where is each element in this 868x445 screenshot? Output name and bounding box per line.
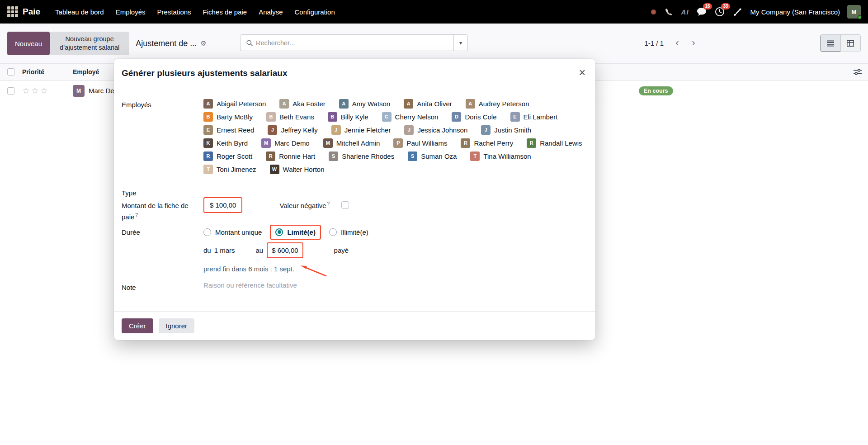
ai-icon[interactable]: AI [681, 8, 689, 16]
employee-tag-beth-evans[interactable]: BBeth Evans [266, 112, 314, 122]
employee-name: Cherry Nelson [395, 113, 439, 121]
employee-tag-jeffrey-kelly[interactable]: JJeffrey Kelly [268, 125, 317, 135]
optional-columns-sliders-icon[interactable] [854, 69, 862, 76]
employee-tags: AAbigail PetersonAAka FosterAAmy WatsonA… [203, 99, 585, 174]
user-avatar-initial: M [852, 9, 857, 15]
search-box: ▾ [240, 34, 468, 51]
help-icon[interactable]: ? [327, 201, 330, 206]
breadcrumb-title[interactable]: Ajustement de ... [136, 39, 197, 48]
search-input[interactable] [253, 39, 453, 47]
employee-tag-walter-horton[interactable]: WWalter Horton [270, 164, 325, 174]
employee-tag-audrey-peterson[interactable]: AAudrey Peterson [466, 99, 529, 109]
employee-avatar: J [481, 125, 491, 135]
modal-header: Générer plusieurs ajustements salariaux … [114, 59, 595, 78]
modal-title: Générer plusieurs ajustements salariaux [122, 68, 586, 78]
select-all-checkbox[interactable] [7, 68, 14, 76]
employee-avatar: A [279, 99, 289, 109]
from-date-input[interactable]: 1 mars [214, 246, 235, 254]
menu-item-configuration[interactable]: Configuration [290, 5, 340, 19]
employee-name: Aka Foster [292, 100, 326, 108]
employee-tag-sharlene-rhodes[interactable]: SSharlene Rhodes [329, 151, 394, 161]
employee-tag-paul-williams[interactable]: PPaul Williams [393, 138, 447, 148]
duration-options: Montant uniqueLimité(e)Illimité(e) [203, 225, 588, 240]
menu-item-employes[interactable]: Employés [111, 5, 151, 19]
employee-tag-rachel-perry[interactable]: RRachel Perry [461, 138, 513, 148]
menu-item-analyse[interactable]: Analyse [254, 5, 288, 19]
star-icon[interactable]: ☆ [22, 86, 30, 95]
employee-name: Doris Cole [465, 113, 496, 121]
employee-tag-aka-foster[interactable]: AAka Foster [279, 99, 326, 109]
employee-name: Suman Oza [421, 152, 457, 160]
column-priority[interactable]: Priorité [22, 68, 73, 76]
new-group-button[interactable]: Nouveau groupe d’ajustement salarial [50, 32, 129, 55]
app-name[interactable]: Paie [23, 7, 40, 17]
chevron-left-icon[interactable]: ‹ [670, 36, 684, 50]
to-amount-input[interactable]: $ 600,00 [267, 242, 303, 258]
discard-button[interactable]: Ignorer [159, 318, 195, 333]
employee-tag-randall-lewis[interactable]: RRandall Lewis [527, 138, 582, 148]
employee-tag-keith-byrd[interactable]: KKeith Byrd [203, 138, 248, 148]
employee-tag-roger-scott[interactable]: RRoger Scott [203, 151, 252, 161]
employee-name: Jessica Johnson [417, 126, 467, 134]
star-icon[interactable]: ☆ [40, 86, 48, 95]
topbar-menu: Tableau de bordEmployésPrestationsFiches… [50, 5, 340, 19]
menu-item-fiches-de-paie[interactable]: Fiches de paie [198, 5, 252, 19]
list-view-icon[interactable] [821, 35, 840, 52]
new-button[interactable]: Nouveau [7, 32, 50, 55]
employee-tag-eli-lambert[interactable]: EEli Lambert [510, 112, 558, 122]
help-icon[interactable]: ? [135, 213, 138, 218]
star-icon[interactable]: ☆ [31, 86, 39, 95]
employee-tag-anita-oliver[interactable]: AAnita Oliver [404, 99, 452, 109]
radio-option-illimite-e[interactable]: Illimité(e) [329, 226, 368, 239]
search-dropdown-caret-icon[interactable]: ▾ [453, 35, 467, 51]
radio-option-limite-e[interactable]: Limité(e) [270, 225, 321, 240]
end-date-hint: prend fin dans 6 mois : 1 sept. [203, 265, 294, 273]
employee-avatar: K [203, 138, 213, 148]
menu-item-prestations[interactable]: Prestations [152, 5, 196, 19]
employee-tag-barty-mcbly[interactable]: BBarty McBly [203, 112, 253, 122]
pivot-view-icon[interactable] [840, 35, 860, 52]
messages-bubble-icon[interactable]: 16 [696, 6, 707, 17]
gear-icon[interactable]: ⚙ [200, 39, 206, 47]
employee-tag-tina-williamson[interactable]: TTina Williamson [470, 151, 531, 161]
employee-avatar: A [203, 99, 213, 109]
employee-name: Audrey Peterson [479, 100, 529, 108]
employee-tag-abigail-peterson[interactable]: AAbigail Peterson [203, 99, 266, 109]
menu-item-tableau-de-bord[interactable]: Tableau de bord [50, 5, 109, 19]
create-button[interactable]: Créer [122, 318, 153, 333]
radio-icon [329, 228, 337, 236]
employee-tag-suman-oza[interactable]: SSuman Oza [408, 151, 457, 161]
user-avatar[interactable]: M [847, 5, 861, 19]
employee-tag-jennie-fletcher[interactable]: JJennie Fletcher [331, 125, 391, 135]
radio-option-montant-unique[interactable]: Montant unique [203, 226, 262, 239]
employee-tag-ernest-reed[interactable]: EErnest Reed [203, 125, 254, 135]
employee-avatar: R [461, 138, 470, 148]
employee-tag-cherry-nelson[interactable]: CCherry Nelson [382, 112, 439, 122]
close-icon[interactable]: × [579, 67, 585, 78]
avatar: M [73, 85, 85, 97]
employee-tag-ronnie-hart[interactable]: RRonnie Hart [266, 151, 315, 161]
negative-value-checkbox[interactable] [341, 201, 349, 209]
employee-tag-mitchell-admin[interactable]: MMitchell Admin [323, 138, 380, 148]
apps-grid-icon[interactable] [7, 6, 18, 17]
employee-tag-billy-kyle[interactable]: BBilly Kyle [328, 112, 368, 122]
employee-tag-amy-watson[interactable]: AAmy Watson [339, 99, 390, 109]
status-dot-icon[interactable] [651, 9, 656, 14]
row-checkbox[interactable] [7, 87, 14, 95]
radio-label: Montant unique [215, 228, 262, 236]
activities-badge: 33 [721, 3, 730, 9]
new-group-line2: d’ajustement salarial [60, 44, 119, 51]
note-input[interactable]: Raison ou référence facultative [203, 281, 297, 289]
chevron-right-icon[interactable]: › [686, 36, 701, 50]
company-name[interactable]: My Company (San Francisco) [750, 8, 840, 16]
employee-name: Barty McBly [217, 113, 253, 121]
amount-input[interactable]: $ 100,00 [203, 197, 242, 213]
phone-icon[interactable] [663, 6, 674, 17]
activities-clock-icon[interactable]: 33 [714, 6, 725, 17]
tools-wrench-icon[interactable] [732, 6, 743, 17]
employee-tag-jessica-johnson[interactable]: JJessica Johnson [404, 125, 467, 135]
employee-tag-justin-smith[interactable]: JJustin Smith [481, 125, 531, 135]
employee-tag-toni-jimenez[interactable]: TToni Jimenez [203, 164, 256, 174]
employee-tag-marc-demo[interactable]: MMarc Demo [261, 138, 310, 148]
employee-tag-doris-cole[interactable]: DDoris Cole [452, 112, 496, 122]
